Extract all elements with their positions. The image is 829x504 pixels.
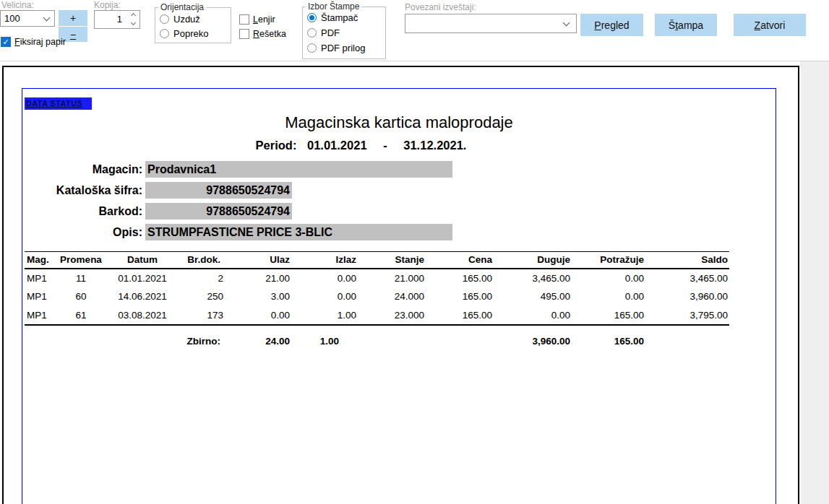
column-header: Mag.: [25, 252, 51, 269]
total-ulaz: 24.00: [225, 325, 291, 347]
table-cell: 21.00: [225, 269, 291, 287]
table-cell: 3,795.00: [645, 306, 729, 325]
table-cell: 495.00: [494, 287, 572, 306]
lenjir-label: Lenjir: [253, 14, 275, 25]
chevron-down-icon: [130, 20, 135, 25]
column-header: Saldo: [645, 252, 729, 269]
kopija-down-button[interactable]: [126, 19, 139, 28]
table-cell: [111, 325, 174, 347]
column-header: Duguje: [494, 252, 572, 269]
radio-pdf[interactable]: PDF: [307, 27, 385, 38]
table-cell: 0.00: [225, 306, 291, 325]
kopija-spinner[interactable]: 1: [94, 10, 140, 29]
table-cell: 3.00: [225, 287, 291, 306]
table-cell: 3,960.00: [645, 287, 729, 306]
fiksiraj-papir-checkbox[interactable]: ✓ Fiksiraj papir: [1, 37, 66, 47]
table-cell: 03.08.2021: [111, 306, 174, 325]
table-cell: MP1: [25, 306, 51, 325]
orijentacija-group-title: Orijentacija: [158, 2, 206, 12]
period-label: Period:: [256, 139, 297, 152]
table-cell: 61: [51, 306, 111, 325]
total-izlaz: 1.00: [291, 325, 358, 347]
table-cell: 2: [174, 269, 225, 287]
preview-right-gutter: [800, 61, 829, 504]
orijentacija-group: Orijentacija Uzduž Popreko: [155, 2, 231, 43]
table-cell: 165.00: [572, 306, 645, 325]
table-cell: MP1: [25, 269, 51, 287]
radio-pdf-prilog-label: PDF prilog: [321, 43, 365, 53]
table-total-row: Zbirno: 24.00 1.00 3,960.00 165.00: [25, 325, 729, 347]
resetka-checkbox[interactable]: Rešetka: [239, 29, 286, 39]
table-cell: 3,465.00: [494, 269, 572, 287]
table-cell: 21.000: [358, 269, 426, 287]
total-duguje: 3,960.00: [494, 325, 572, 347]
zoom-in-button[interactable]: +: [59, 10, 87, 26]
check-icon: ✓: [1, 37, 11, 47]
stock-card-table: Mag. Promena Datum Br.dok. Ulaz Izlaz St…: [25, 251, 729, 347]
period-to: 31.12.2021.: [403, 139, 466, 152]
column-header: Ulaz: [225, 252, 291, 269]
table-cell: [51, 325, 111, 347]
table-cell: [645, 325, 729, 347]
checkbox-icon: [239, 29, 249, 39]
table-cell: 01.01.2021: [111, 269, 174, 287]
table-cell: [426, 325, 494, 347]
column-header: Potražuje: [572, 252, 645, 269]
table-cell: MP1: [25, 287, 51, 306]
chevron-up-icon: [130, 12, 135, 17]
minus-icon: −: [70, 29, 76, 40]
plus-icon: +: [70, 12, 76, 24]
toolbar-separator: [0, 61, 829, 61]
stampa-button[interactable]: Štampa: [655, 14, 717, 36]
magacin-value: Prodavnica1: [145, 161, 452, 178]
table-cell: 14.06.2021: [111, 287, 174, 306]
radio-icon: [160, 29, 169, 38]
velicina-label: Velicina:: [1, 0, 34, 10]
barkod-value: 9788650524794: [145, 203, 292, 220]
data-status-logo: DATA STATUS: [25, 97, 92, 110]
zatvori-button[interactable]: Zatvori: [734, 14, 806, 36]
kataloska-sifra-value: 9788650524794: [145, 182, 292, 199]
radio-uzduz[interactable]: Uzduž: [160, 14, 231, 25]
column-header: Izlaz: [291, 252, 358, 269]
table-cell: 0.00: [291, 287, 358, 306]
column-header: Br.dok.: [174, 252, 225, 269]
table-cell: 250: [174, 287, 225, 306]
izbor-stampe-group: Izbor Štampe Štampač PDF PDF prilog: [302, 1, 386, 59]
resetka-label: Rešetka: [253, 29, 286, 39]
lenjir-checkbox[interactable]: Lenjir: [239, 14, 275, 25]
magacin-label: Magacin:: [22, 161, 142, 178]
radio-pdf-prilog[interactable]: PDF prilog: [307, 43, 385, 53]
table-cell: 165.00: [426, 269, 494, 287]
table-cell: 0.00: [494, 306, 572, 325]
fiksiraj-papir-label: Fiksiraj papir: [14, 37, 66, 47]
radio-popreko[interactable]: Popreko: [160, 28, 231, 39]
kopija-value: 1: [95, 11, 126, 28]
radio-uzduz-label: Uzduž: [173, 14, 200, 25]
table-cell: 23.000: [358, 306, 426, 325]
velicina-value: 100: [4, 13, 20, 24]
povezani-izvestaji-label: Povezani izveštaji:: [405, 2, 476, 12]
kataloska-sifra-label: Kataloška šifra:: [22, 182, 142, 199]
kopija-up-button[interactable]: [126, 11, 139, 19]
barkod-label: Barkod:: [22, 203, 142, 220]
table-row: MP1 11 01.01.2021 2 21.00 0.00 21.000 16…: [25, 269, 729, 287]
table-cell: 173: [174, 306, 225, 325]
table-cell: [25, 325, 51, 347]
table-header-row: Mag. Promena Datum Br.dok. Ulaz Izlaz St…: [25, 252, 729, 269]
column-header: Stanje: [358, 252, 426, 269]
report-page: DATA STATUS Magacinska kartica maloproda…: [22, 88, 776, 504]
table-cell: 60: [51, 287, 111, 306]
column-header: Promena: [51, 252, 111, 269]
column-header: Cena: [426, 252, 494, 269]
chevron-down-icon: [43, 14, 51, 22]
opis-value: STRUMPFASTICNE PRICE 3-BLIC: [145, 224, 452, 240]
povezani-izvestaji-dropdown[interactable]: [405, 14, 577, 33]
period-from: 01.01.2021: [307, 139, 367, 152]
pregled-button[interactable]: Pregled: [580, 14, 643, 36]
report-period: Period: 01.01.2021 - 31.12.2021.: [22, 139, 776, 152]
radio-popreko-label: Popreko: [173, 28, 208, 39]
velicina-dropdown[interactable]: 100: [0, 10, 55, 27]
radio-icon: [307, 28, 317, 38]
radio-stampac[interactable]: Štampač: [307, 12, 385, 23]
